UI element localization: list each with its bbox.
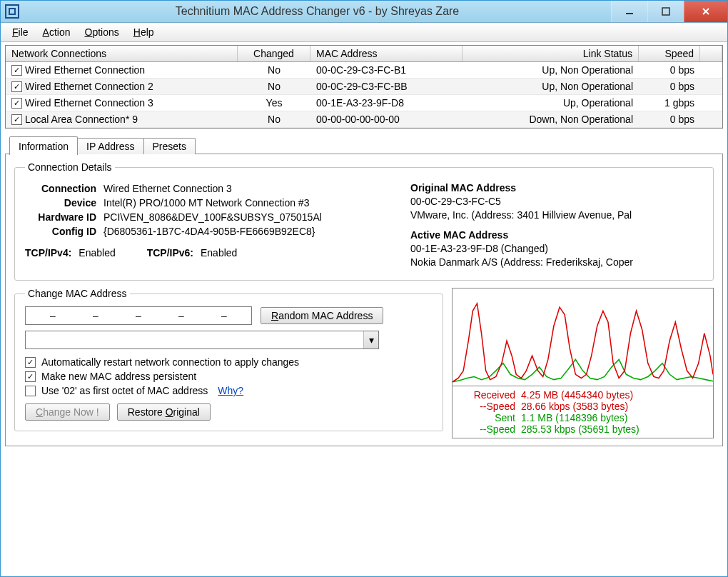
auto-restart-checkbox[interactable] <box>25 357 36 368</box>
row-checkbox[interactable] <box>11 98 22 109</box>
hardware-id-value: PCI\VEN_8086&DEV_100F&SUBSYS_075015Al <box>103 211 382 223</box>
row-speed: 1 gbps <box>639 95 700 111</box>
original-mac-vendor: VMware, Inc. (Address: 3401 Hillview Ave… <box>410 209 703 221</box>
tab-presets[interactable]: Presets <box>143 138 196 154</box>
change-now-button[interactable]: Change Now ! <box>25 403 110 421</box>
device-label: Device <box>25 197 96 209</box>
traffic-graph <box>453 288 713 386</box>
col-speed[interactable]: Speed <box>639 46 700 61</box>
row-changed: No <box>238 79 310 94</box>
active-mac-value: 00-1E-A3-23-9F-D8 (Changed) <box>410 243 703 254</box>
row-mac: 00-1E-A3-23-9F-D8 <box>310 95 462 111</box>
random-mac-button[interactable]: Random MAC Address <box>261 307 383 324</box>
col-name[interactable]: Network Connections <box>6 46 238 61</box>
octet-label: Use '02' as first octet of MAC address <box>41 385 208 396</box>
active-mac-header: Active MAC Address <box>410 229 703 241</box>
original-mac-header: Original MAC Address <box>410 182 703 194</box>
config-id-label: Config ID <box>25 226 96 237</box>
table-row[interactable]: Wired Ethernet Connection 2No00-0C-29-C3… <box>6 79 722 95</box>
menubar: File Action Options Help <box>1 23 727 42</box>
row-name: Wired Ethernet Connection 2 <box>25 81 153 92</box>
hardware-id-label: Hardware ID <box>25 211 96 223</box>
traffic-graph-box: Received4.25 MB (4454340 bytes) --Speed2… <box>452 288 714 438</box>
menu-file[interactable]: File <box>5 25 36 39</box>
connections-grid: Network Connections Changed MAC Address … <box>5 45 723 129</box>
octet-checkbox[interactable] <box>25 386 36 396</box>
row-speed: 0 bps <box>639 79 700 94</box>
row-mac: 00-0C-29-C3-FC-B1 <box>310 62 462 78</box>
active-mac-vendor: Nokia Danmark A/S (Address: Frederikskaj… <box>410 256 703 268</box>
vendor-combo[interactable]: ▾ <box>25 331 379 349</box>
row-speed: 0 bps <box>639 111 700 127</box>
col-link[interactable]: Link Status <box>462 46 639 61</box>
ipv4-value: Enabled <box>79 247 115 259</box>
maximize-button[interactable] <box>647 1 684 22</box>
sent-label: Sent <box>458 412 515 423</box>
why-link[interactable]: Why? <box>218 385 243 396</box>
minimize-button[interactable] <box>611 1 647 22</box>
titlebar[interactable]: Technitium MAC Address Changer v6 - by S… <box>1 1 727 23</box>
connection-details-legend: Connection Details <box>25 161 115 173</box>
ipv4-label: TCP/IPv4: <box>25 247 71 259</box>
ipv6-label: TCP/IPv6: <box>147 247 193 259</box>
svg-rect-1 <box>662 8 669 15</box>
row-changed: Yes <box>238 95 310 111</box>
table-row[interactable]: Wired Ethernet ConnectionNo00-0C-29-C3-F… <box>6 62 722 79</box>
col-mac[interactable]: MAC Address <box>310 46 462 61</box>
row-name: Wired Ethernet Connection <box>25 64 145 76</box>
row-link: Down, Non Operational <box>462 111 639 127</box>
row-changed: No <box>238 111 310 127</box>
connection-details-group: Connection Details ConnectionWired Ether… <box>14 161 714 281</box>
sent-value: 1.1 MB (1148396 bytes) <box>521 412 627 423</box>
restore-original-button[interactable]: Restore Original <box>117 403 211 421</box>
table-row[interactable]: Wired Ethernet Connection 3Yes00-1E-A3-2… <box>6 95 722 111</box>
close-button[interactable] <box>684 1 727 22</box>
table-row[interactable]: Local Area Connection* 9No00-00-00-00-00… <box>6 111 722 128</box>
chevron-down-icon[interactable]: ▾ <box>363 331 378 348</box>
row-mac: 00-0C-29-C3-FC-BB <box>310 79 462 94</box>
ipv6-value: Enabled <box>201 247 237 259</box>
persistent-checkbox[interactable] <box>25 371 36 382</box>
device-value: Intel(R) PRO/1000 MT Network Connection … <box>103 197 382 209</box>
tab-ip-address[interactable]: IP Address <box>77 138 143 154</box>
row-changed: No <box>238 62 310 78</box>
menu-action[interactable]: Action <box>36 25 78 39</box>
row-checkbox[interactable] <box>11 81 22 92</box>
app-icon <box>5 4 19 19</box>
received-value: 4.25 MB (4454340 bytes) <box>521 389 633 401</box>
menu-help[interactable]: Help <box>126 25 161 39</box>
row-link: Up, Operational <box>462 95 639 111</box>
menu-options[interactable]: Options <box>78 25 126 39</box>
tab-information[interactable]: Information <box>9 136 78 155</box>
row-mac: 00-00-00-00-00-00 <box>310 111 462 127</box>
row-name: Local Area Connection* 9 <box>25 114 138 125</box>
row-link: Up, Non Operational <box>462 79 639 94</box>
tab-panel-information: Connection Details ConnectionWired Ether… <box>5 154 723 446</box>
app-window: Technitium MAC Address Changer v6 - by S… <box>0 0 728 577</box>
connection-value: Wired Ethernet Connection 3 <box>103 183 382 194</box>
window-title: Technitium MAC Address Changer v6 - by S… <box>24 5 611 18</box>
row-link: Up, Non Operational <box>462 62 639 78</box>
col-end <box>700 46 722 61</box>
persistent-label: Make new MAC address persistent <box>41 371 196 382</box>
sent-speed-label: --Speed <box>458 423 515 435</box>
row-speed: 0 bps <box>639 62 700 78</box>
col-changed[interactable]: Changed <box>238 46 310 61</box>
auto-restart-label: Automatically restart network connection… <box>41 356 299 368</box>
row-checkbox[interactable] <box>11 65 22 76</box>
config-id-value: {D6805361-1B7C-4DA4-905B-FE6669B92EC8} <box>103 226 382 237</box>
received-speed-label: --Speed <box>458 401 515 412</box>
row-checkbox[interactable] <box>11 114 22 125</box>
original-mac-value: 00-0C-29-C3-FC-C5 <box>410 196 703 207</box>
change-mac-legend: Change MAC Address <box>25 288 130 299</box>
received-label: Received <box>458 389 515 401</box>
connection-label: Connection <box>25 183 96 194</box>
mac-input[interactable]: ––––– <box>25 306 252 325</box>
change-mac-group: Change MAC Address ––––– Random MAC Addr… <box>14 288 443 431</box>
row-name: Wired Ethernet Connection 3 <box>25 97 153 109</box>
sent-speed-value: 285.53 kbps (35691 bytes) <box>521 423 639 435</box>
received-speed-value: 28.66 kbps (3583 bytes) <box>521 401 628 412</box>
